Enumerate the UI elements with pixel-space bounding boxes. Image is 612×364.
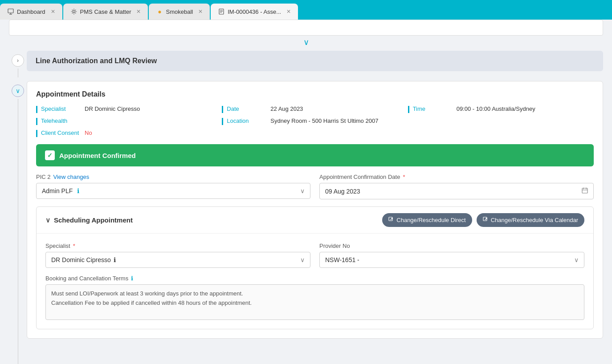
location-label: Location bbox=[227, 117, 267, 124]
time-label: Time bbox=[413, 105, 453, 112]
scheduling-collapse-icon[interactable]: ∨ bbox=[45, 216, 50, 224]
scheduling-specialist-required: * bbox=[73, 243, 75, 249]
pic2-info-icon: ℹ bbox=[77, 187, 79, 194]
specialist-select-left: DR Dominic Cipresso ℹ bbox=[51, 256, 116, 263]
specialist-chevron-icon: ∨ bbox=[300, 256, 305, 263]
specialist-value: DR Dominic Cipresso bbox=[85, 105, 140, 112]
specialist-label: Specialist bbox=[41, 105, 81, 112]
pic2-date-row: PIC 2 View changes Admin PLF ℹ ∨ bbox=[36, 174, 594, 199]
booking-terms-group: Booking and Cancellation Terms ℹ Must se… bbox=[45, 275, 584, 320]
date-value: 22 Aug 2023 bbox=[270, 105, 303, 112]
scheduling-title: ∨ Scheduling Appointment bbox=[45, 216, 133, 224]
location-value: Sydney Room - 500 Harris St Ultimo 2007 bbox=[270, 117, 378, 124]
tab-bar: Dashboard ✕ PMS Case & Matter ✕ ● Smokeb… bbox=[0, 0, 612, 20]
scheduling-title-text: Scheduling Appointment bbox=[54, 216, 133, 224]
pic2-label: PIC 2 View changes bbox=[36, 174, 310, 180]
top-collapsed-panel bbox=[9, 20, 603, 36]
provider-no-value: NSW-1651 - bbox=[325, 256, 359, 263]
scheduling-specialist-value: DR Dominic Cipresso bbox=[51, 256, 111, 263]
booking-terms-box: Must send LOI/Paperwork at least 3 worki… bbox=[45, 284, 584, 320]
scheduling-header: ∨ Scheduling Appointment Change/Reschedu… bbox=[37, 207, 593, 234]
pic2-select[interactable]: Admin PLF ℹ ∨ bbox=[36, 183, 310, 199]
appointment-section: ∨ Appointment Details Specialist DR Domi… bbox=[9, 81, 603, 364]
time-field: Time 09:00 - 10:00 Australia/Sydney bbox=[408, 105, 594, 113]
tab-smokeball-close[interactable]: ✕ bbox=[198, 8, 203, 15]
scheduling-body: Specialist * DR Dominic Cipresso ℹ ∨ bbox=[37, 234, 593, 329]
provider-chevron-icon: ∨ bbox=[574, 256, 579, 263]
pic2-value: Admin PLF ℹ bbox=[42, 187, 79, 194]
tab-im-label: IM-0000436 - Asse... bbox=[228, 8, 281, 15]
line-auth-title: Line Authorization and LMQ Review bbox=[36, 57, 157, 65]
provider-no-left: NSW-1651 - bbox=[325, 256, 359, 263]
main-content: ∨ › Line Authorization and LMQ Review ∨ … bbox=[0, 20, 612, 364]
scheduling-specialist-label: Specialist * bbox=[45, 243, 310, 249]
svg-point-3 bbox=[73, 11, 75, 13]
tab-pms-close[interactable]: ✕ bbox=[136, 8, 141, 15]
section-dot-col-1: › bbox=[9, 51, 27, 77]
tab-smokeball-label: Smokeball bbox=[166, 8, 193, 15]
specialist-provider-row: Specialist * DR Dominic Cipresso ℹ ∨ bbox=[45, 243, 584, 268]
time-value: 09:00 - 10:00 Australia/Sydney bbox=[457, 105, 535, 112]
specialist-bar bbox=[36, 106, 37, 113]
provider-no-group: Provider No NSW-1651 - ∨ bbox=[319, 243, 584, 268]
change-reschedule-direct-btn[interactable]: Change/Reschedule Direct bbox=[382, 213, 472, 227]
tab-pms[interactable]: PMS Case & Matter ✕ bbox=[63, 4, 148, 20]
client-consent-label: Client Consent bbox=[41, 129, 81, 136]
booking-terms-line2: Cancellation Fee to be applied if cancel… bbox=[51, 299, 579, 308]
tab-im[interactable]: IM-0000436 - Asse... ✕ bbox=[211, 4, 298, 20]
booking-terms-label-row: Booking and Cancellation Terms ℹ bbox=[45, 275, 584, 282]
appointment-content: Appointment Details Specialist DR Domini… bbox=[27, 81, 603, 339]
confirmed-banner: ✓ Appointment Confirmed bbox=[36, 144, 594, 166]
view-changes-link[interactable]: View changes bbox=[53, 174, 90, 180]
change-reschedule-calendar-btn[interactable]: Change/Reschedule Via Calendar bbox=[477, 213, 584, 227]
tab-smokeball[interactable]: ● Smokeball ✕ bbox=[149, 4, 210, 20]
date-label: Date bbox=[227, 105, 267, 112]
top-expand-chevron[interactable]: ∨ bbox=[9, 36, 603, 49]
document-icon bbox=[218, 8, 225, 15]
tab-dashboard[interactable]: Dashboard ✕ bbox=[0, 4, 62, 20]
line-auth-section: › Line Authorization and LMQ Review bbox=[9, 51, 603, 77]
svg-rect-0 bbox=[8, 9, 13, 13]
line-auth-content: Line Authorization and LMQ Review bbox=[27, 51, 603, 75]
location-bar bbox=[222, 118, 223, 125]
smokeball-icon: ● bbox=[156, 8, 163, 15]
calendar-icon-btn bbox=[483, 217, 488, 223]
settings-icon bbox=[70, 8, 78, 15]
calendar-icon bbox=[582, 187, 588, 195]
scheduling-specialist-select[interactable]: DR Dominic Cipresso ℹ ∨ bbox=[45, 252, 310, 268]
telehealth-bar bbox=[36, 118, 37, 125]
date-bar bbox=[222, 106, 223, 113]
scheduling-actions: Change/Reschedule Direct Change/Reschedu… bbox=[382, 213, 584, 227]
client-consent-bar bbox=[36, 130, 37, 137]
time-bar bbox=[408, 106, 409, 113]
tab-dashboard-label: Dashboard bbox=[17, 8, 45, 15]
provider-no-select[interactable]: NSW-1651 - ∨ bbox=[319, 252, 584, 268]
confirmation-date-value: 09 Aug 2023 bbox=[325, 188, 360, 195]
vertical-line-1 bbox=[18, 69, 18, 77]
pic2-chevron-icon: ∨ bbox=[300, 187, 305, 194]
appointment-card: Appointment Details Specialist DR Domini… bbox=[27, 81, 603, 339]
tab-dashboard-close[interactable]: ✕ bbox=[51, 8, 55, 15]
vertical-line-2 bbox=[18, 99, 18, 364]
confirmation-date-group: Appointment Confirmation Date * 09 Aug 2… bbox=[319, 174, 594, 199]
date-field: Date 22 Aug 2023 bbox=[222, 105, 408, 113]
booking-terms-line1: Must send LOI/Paperwork at least 3 worki… bbox=[51, 289, 579, 299]
appt-fields-grid: Specialist DR Dominic Cipresso Date 22 A… bbox=[36, 105, 594, 137]
confirmation-date-input[interactable]: 09 Aug 2023 bbox=[319, 183, 594, 199]
empty-cell-1 bbox=[408, 117, 594, 125]
section-dot-col-2: ∨ bbox=[9, 81, 27, 364]
client-consent-value: No bbox=[85, 129, 92, 136]
specialist-info-icon: ℹ bbox=[114, 256, 116, 263]
tab-im-close[interactable]: ✕ bbox=[286, 8, 291, 15]
appointment-card-title: Appointment Details bbox=[36, 90, 594, 98]
client-consent-field: Client Consent No bbox=[36, 129, 222, 137]
section-expand-btn-2[interactable]: ∨ bbox=[12, 85, 24, 97]
svg-rect-8 bbox=[582, 188, 588, 193]
scheduling-specialist-group: Specialist * DR Dominic Cipresso ℹ ∨ bbox=[45, 243, 310, 268]
specialist-field: Specialist DR Dominic Cipresso bbox=[36, 105, 222, 113]
telehealth-label: Telehealth bbox=[41, 117, 81, 124]
section-expand-btn-1[interactable]: › bbox=[12, 54, 24, 67]
checkmark-icon: ✓ bbox=[45, 150, 55, 160]
scheduling-section: ∨ Scheduling Appointment Change/Reschedu… bbox=[36, 206, 594, 329]
monitor-icon bbox=[7, 8, 14, 15]
